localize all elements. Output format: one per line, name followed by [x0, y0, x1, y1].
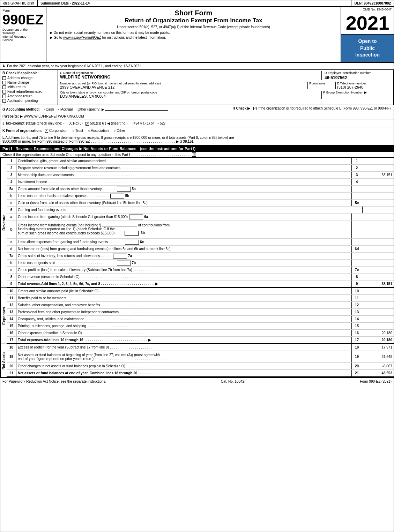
fgroup-label: F Group Exemption Number ▶: [323, 91, 391, 94]
initial-return-label: Initial return: [7, 85, 25, 89]
dept-treasury: Department of the: [2, 28, 44, 31]
row7a-desc: Gross sales of inventory, less returns a…: [16, 253, 352, 259]
row6-desc: Gaming and fundraising events: [16, 207, 352, 213]
row6b-num: b: [7, 220, 16, 238]
gross-receipts-text2: $500,000 or more, file Form 990 instead …: [2, 140, 182, 143]
row5c-amount: [362, 200, 394, 206]
accrual-option[interactable]: Accrual: [61, 107, 73, 111]
row4-lineref: 4: [352, 179, 362, 185]
row14-lineref: 14: [352, 316, 362, 322]
tax-527-option[interactable]: ○ 527: [157, 121, 166, 125]
row11-amount: [362, 295, 394, 301]
row15-lineref: 15: [352, 323, 362, 329]
name-change-label: Name change: [7, 81, 29, 84]
revenue-side-label: Revenue: [0, 158, 7, 287]
part1-label: Part I: [2, 147, 12, 151]
page-container: efile GRAPHIC print Submission Date - 20…: [0, 0, 394, 532]
website-label: I Website: ▶: [2, 114, 23, 118]
initial-return-item[interactable]: Initial return: [2, 85, 55, 89]
row9-lineref: 9: [352, 280, 362, 287]
tax-501c6-checkbox: ✓: [86, 122, 89, 126]
row4-num: 4: [7, 179, 16, 185]
row20-num: 20: [7, 363, 16, 369]
row6c-lineref: [352, 239, 362, 245]
row6a-amount: [362, 213, 394, 220]
row5b-lineref: [352, 193, 362, 199]
row19-num: 19: [7, 351, 16, 362]
section-b-title: B Check if applicable:: [2, 71, 55, 75]
name-change-checkbox: [2, 81, 6, 84]
row6b-lineref: [352, 220, 362, 238]
address-label: Number and street (or P.O. box, if mail …: [60, 82, 307, 85]
ein-value: 46-5197562: [325, 75, 391, 80]
ein-label: D Employer identification number: [325, 71, 391, 75]
application-pending-checkbox: [2, 99, 6, 103]
amended-return-item[interactable]: Amended return: [2, 94, 55, 98]
row8-desc: Other revenue (describe in Schedule O) .…: [16, 274, 352, 280]
row12-amount: [362, 302, 394, 308]
row3-lineref: 3: [352, 172, 362, 178]
row13-num: 13: [7, 309, 16, 315]
row16-num: 16: [7, 330, 16, 336]
efile-label: efile GRAPHIC print: [0, 0, 38, 6]
room-label: Room/suite: [309, 82, 335, 85]
net-assets-side-label: Net Assets: [0, 344, 7, 377]
paperwork-notice: For Paperwork Reduction Act Notice, see …: [2, 380, 106, 383]
h-label: H Check ▶: [233, 106, 251, 110]
row16-desc: Other expenses (describe in Schedule O) …: [16, 330, 352, 336]
gross-receipts-label: L: [2, 136, 5, 140]
name-change-item[interactable]: Name change: [2, 81, 55, 84]
address-change-item[interactable]: Address change: [2, 76, 55, 80]
row17-amount: 20,180: [362, 337, 394, 343]
initial-return-checkbox: [2, 85, 6, 89]
tax-501c6-option[interactable]: 501(c)( 6 ) ◀ (insert no.): [90, 121, 127, 125]
row16-lineref: 16: [352, 330, 362, 336]
row2-desc: Program service revenue including govern…: [16, 165, 352, 171]
tax-501c3-option[interactable]: ○ 501(c)(3): [65, 121, 82, 125]
other-org-option[interactable]: ○ Other: [113, 129, 125, 133]
cash-option[interactable]: ○ Cash: [43, 107, 54, 111]
schedule-o-checkbox[interactable]: ☑: [192, 152, 196, 157]
row6c-num: c: [7, 239, 16, 245]
row6d-num: d: [7, 246, 16, 252]
row3-amount: 38,151: [362, 172, 394, 178]
amended-return-label: Amended return: [7, 94, 32, 98]
row3-desc: Membership dues and assessments . . . . …: [16, 172, 352, 178]
row13-amount: [362, 309, 394, 315]
city-value: LOS ANGELES, CA 90064: [60, 94, 321, 98]
row15-amount: [362, 323, 394, 329]
row19-desc: Net assets or fund balances at beginning…: [16, 351, 352, 362]
row10-num: 10: [7, 288, 16, 294]
check-schedule-o-dots: . . . . . . . . . . . . . . . . . . . . …: [132, 153, 191, 157]
row6c-amount: [362, 239, 394, 245]
row19-amount: 31,649: [362, 351, 394, 362]
row9-amount: 38,151: [362, 280, 394, 287]
section-a-label: A: [2, 64, 5, 68]
tax-4947-option[interactable]: ○ 4947(a)(1) or: [131, 121, 154, 125]
row7c-amount: [362, 267, 394, 273]
row10-desc: Grants and similar amounts paid (list in…: [16, 288, 352, 294]
row7a-num: 7a: [7, 253, 16, 259]
tax-exempt-label: J Tax-exempt status: [2, 121, 36, 125]
final-return-item[interactable]: Final return/terminated: [2, 90, 55, 93]
row5b-desc: Less: cost or other basis and sales expe…: [16, 193, 352, 199]
row21-lineref: 21: [352, 370, 362, 376]
application-pending-item[interactable]: Application pending: [2, 99, 55, 103]
form-label-footer: Form 990-EZ (2021): [360, 380, 392, 383]
final-return-label: Final return/terminated: [7, 90, 43, 93]
bullet2: ▶ Go to www.irs.gov/Form990EZ for instru…: [50, 36, 337, 39]
corp-option[interactable]: Corporation: [49, 129, 67, 133]
row1-lineref: 1: [352, 158, 362, 164]
row20-desc: Other changes in net assets or fund bala…: [16, 363, 352, 369]
row6d-amount: [362, 246, 394, 252]
row4-desc: Investment income . . . . . . . . . . . …: [16, 179, 352, 185]
row7c-num: c: [7, 267, 16, 273]
row11-lineref: 11: [352, 295, 362, 301]
trust-option[interactable]: ○ Trust: [72, 129, 83, 133]
row6c-desc: Less: direct expenses from gaming and fu…: [16, 239, 352, 245]
association-option[interactable]: ○ Association: [88, 129, 109, 133]
row7c-lineref: 7c: [352, 267, 362, 273]
row5a-desc: Gross amount from sale of assets other t…: [16, 186, 352, 192]
row7b-desc: Less: cost of goods sold . . . . . . . .…: [16, 260, 352, 266]
row21-amount: 43,553: [362, 370, 394, 376]
